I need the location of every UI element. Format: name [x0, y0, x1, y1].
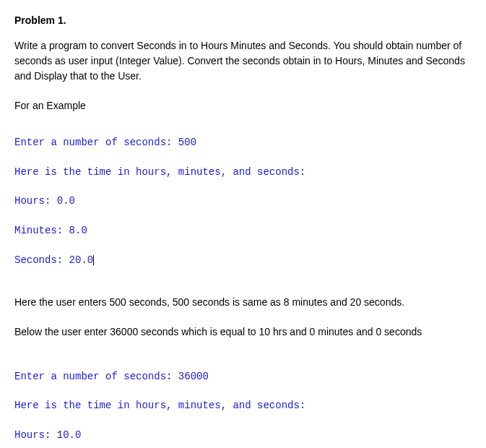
code-line: Here is the time in hours, minutes, and …: [14, 398, 472, 413]
explanation-2: Below the user enter 36000 seconds which…: [14, 324, 472, 340]
code-line: Enter a number of seconds: 36000: [14, 369, 472, 384]
code-line: Seconds: 20.0: [14, 253, 472, 267]
code-line: Hours: 10.0: [14, 428, 472, 442]
problem-title: Problem 1.: [14, 13, 472, 28]
code-line: Here is the time in hours, minutes, and …: [14, 165, 472, 179]
code-line: Hours: 0.0: [14, 194, 472, 208]
code-example-1: Enter a number of seconds: 500 Here is t…: [14, 121, 472, 282]
explanation-1: Here the user enters 500 seconds, 500 se…: [14, 295, 472, 310]
code-line: Enter a number of seconds: 500: [14, 135, 472, 150]
example-label: For an Example: [14, 98, 472, 113]
code-example-2: Enter a number of seconds: 36000 Here is…: [14, 354, 472, 448]
problem-description: Write a program to convert Seconds in to…: [14, 38, 472, 84]
code-line: Minutes: 8.0: [14, 223, 472, 238]
